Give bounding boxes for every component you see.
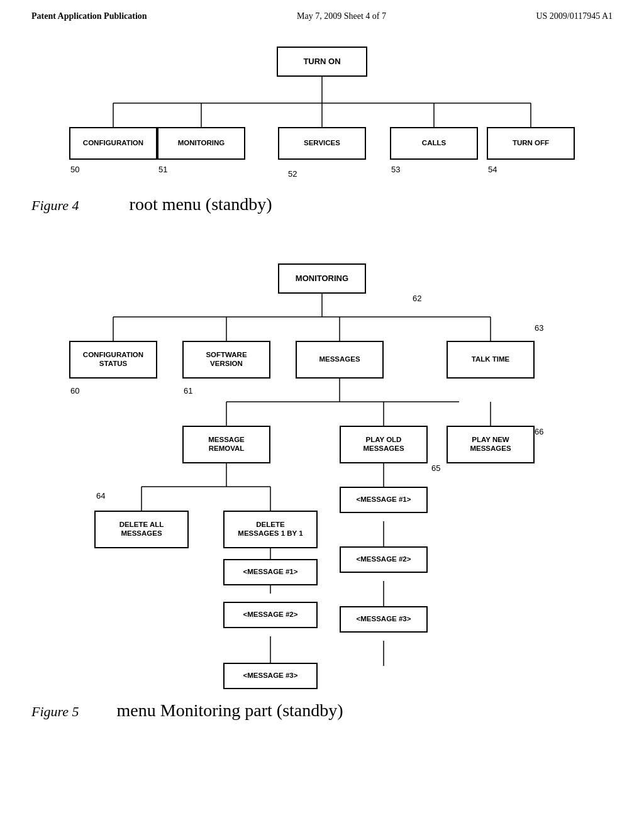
figure-4-caption: root menu (standby) [130,194,272,214]
box-msg3a: <MESSAGE #3> [223,663,318,689]
box-msg1a: <MESSAGE #1> [223,559,318,585]
box-calls: CALLS [390,127,478,160]
label-62: 62 [413,294,421,303]
sheet-info: May 7, 2009 Sheet 4 of 7 [297,11,386,21]
label-64: 64 [96,491,105,501]
figure-5-caption: menu Monitoring part (standby) [117,700,343,721]
box-msg2a: <MESSAGE #2> [223,602,318,628]
box-message-removal: MESSAGE REMOVAL [182,426,270,463]
box-talk-time: TALK TIME [447,341,535,379]
box-services: SERVICES [278,127,366,160]
box-software-version: SOFTWARE VERSION [182,341,270,379]
figure-4-label: Figure 4 [31,197,79,214]
box-monitoring-5: MONITORING [278,263,366,294]
box-play-new: PLAY NEW MESSAGES [447,426,535,463]
label-50: 50 [70,165,79,174]
label-65: 65 [431,463,440,473]
label-54: 54 [488,165,497,174]
patent-number: US 2009/0117945 A1 [536,11,613,21]
page-header: Patent Application Publication May 7, 20… [0,0,644,28]
label-51: 51 [158,165,167,174]
box-play-old: PLAY OLD MESSAGES [340,426,428,463]
box-messages: MESSAGES [296,341,384,379]
label-61: 61 [184,386,192,396]
box-msg2b: <MESSAGE #2> [340,546,428,573]
box-turn-on: TURN ON [277,47,367,77]
box-configuration: CONFIGURATION [69,127,157,160]
figure-5-diagram: MONITORING CONFIGURATION STATUS SOFTWARE… [31,260,613,726]
label-52: 52 [288,169,297,179]
box-turn-off: TURN OFF [487,127,575,160]
label-60: 60 [70,386,79,396]
label-53: 53 [391,165,400,174]
label-66: 66 [535,427,543,436]
box-msg1b: <MESSAGE #1> [340,487,428,513]
box-msg3b: <MESSAGE #3> [340,606,428,633]
box-delete-all: DELETE ALL MESSAGES [94,511,189,548]
box-monitoring: MONITORING [157,127,245,160]
figure-4-diagram: TURN ON CONFIGURATION MONITORING SERVICE… [31,34,613,248]
label-63: 63 [535,323,543,333]
box-config-status: CONFIGURATION STATUS [69,341,157,379]
box-delete-1by1: DELETE MESSAGES 1 BY 1 [223,511,318,548]
figure-5-label: Figure 5 [31,704,79,720]
publication-label: Patent Application Publication [31,11,147,21]
main-content: TURN ON CONFIGURATION MONITORING SERVICE… [0,28,644,744]
